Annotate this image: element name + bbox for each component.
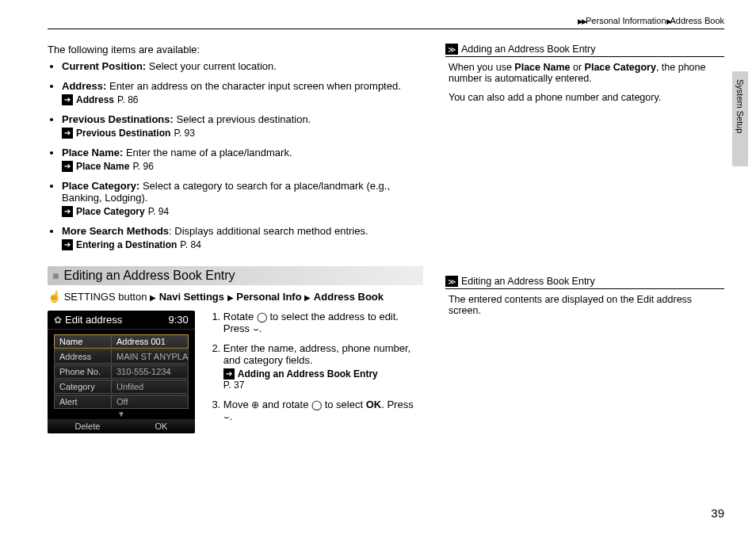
nav-arrow-icon: ▶ bbox=[227, 293, 234, 302]
steps-list: Rotate ◯ to select the address to edit. … bbox=[208, 311, 423, 433]
ref-label: Entering a Destination bbox=[76, 239, 177, 250]
item-title: Place Category: bbox=[62, 180, 139, 192]
items-list: Current Position: Select your current lo… bbox=[48, 60, 423, 250]
note-title-2: Editing an Address Book Entry bbox=[461, 276, 595, 287]
ss-row-label: Phone No. bbox=[55, 365, 112, 378]
press-icon: ⌣ bbox=[253, 323, 259, 334]
note-title-1: Adding an Address Book Entry bbox=[461, 44, 596, 55]
ref-label: Place Name bbox=[76, 161, 129, 172]
ref-label: Previous Destination bbox=[76, 128, 170, 139]
nav-part-0: Navi Settings bbox=[159, 291, 224, 303]
note-1-p1: When you use Place Name or Place Categor… bbox=[449, 62, 721, 84]
ref-page: P. 86 bbox=[117, 94, 138, 105]
dial-icon: ◯ bbox=[257, 311, 267, 322]
nav-arrow-icon: ▶ bbox=[304, 293, 311, 302]
nav-arrow-icon: ▶ bbox=[150, 293, 156, 302]
device-screenshot: ✿Edit address 9:30 NameAddress 001Addres… bbox=[48, 311, 195, 433]
ref-page: P. 96 bbox=[132, 161, 153, 172]
ss-row-value: MAIN ST ANYPLACE, CALIFO bbox=[112, 350, 188, 363]
joystick-icon: ⊕ bbox=[251, 399, 259, 410]
list-item: Address: Enter an address on the charact… bbox=[62, 80, 423, 105]
ss-row-label: Name bbox=[55, 335, 112, 348]
ss-row[interactable]: NameAddress 001 bbox=[54, 334, 189, 349]
ref-arrow-icon: ➔ bbox=[62, 239, 73, 250]
ss-row-label: Alert bbox=[55, 395, 112, 408]
note-icon: ≫ bbox=[445, 276, 458, 287]
list-item: Current Position: Select your current lo… bbox=[62, 60, 423, 72]
step-2: Enter the name, address, phone number, a… bbox=[223, 342, 423, 391]
section-square-icon: ■ bbox=[52, 269, 59, 282]
note-rule bbox=[445, 288, 724, 289]
item-title: Current Position: bbox=[62, 60, 146, 72]
ss-row-label: Address bbox=[55, 350, 112, 363]
note-box-1: ≫ Adding an Address Book Entry When you … bbox=[445, 44, 724, 117]
item-desc: : Displays additional search method entr… bbox=[169, 225, 368, 237]
ref-label: Adding an Address Book Entry bbox=[238, 368, 378, 380]
item-title: Previous Destinations: bbox=[62, 113, 174, 125]
ss-row[interactable]: AddressMAIN ST ANYPLACE, CALIFO bbox=[54, 349, 189, 364]
ref-arrow-icon: ➔ bbox=[223, 368, 235, 380]
ss-row-value: 310-555-1234 bbox=[112, 365, 188, 378]
item-desc: Enter the name of a place/landmark. bbox=[123, 147, 292, 158]
breadcrumb-arrow-icon: ▶▶ bbox=[578, 17, 586, 25]
step-3: Move ⊕ and rotate ◯ to select OK. Press … bbox=[223, 399, 423, 422]
gear-icon: ✿ bbox=[54, 315, 62, 326]
ref-page: P. 84 bbox=[180, 239, 200, 250]
ref-label: Address bbox=[76, 94, 114, 105]
ref-page: P. 93 bbox=[174, 128, 194, 139]
item-title: More Search Methods bbox=[62, 225, 169, 237]
ref-arrow-icon: ➔ bbox=[62, 128, 73, 139]
ss-row-label: Category bbox=[55, 380, 112, 393]
nav-prefix: SETTINGS button bbox=[64, 291, 147, 303]
list-item: Place Name: Enter the name of a place/la… bbox=[62, 147, 423, 172]
item-title: Place Name: bbox=[62, 147, 123, 158]
breadcrumb-b: Address Book bbox=[670, 16, 724, 25]
breadcrumb: ▶▶Personal Information▶Address Book bbox=[48, 16, 724, 25]
note-rule bbox=[445, 56, 724, 57]
ref-page: P. 37 bbox=[223, 380, 244, 391]
ss-row-value: Address 001 bbox=[112, 335, 188, 348]
nav-part-1: Personal Info bbox=[236, 291, 301, 303]
nav-part-2: Address Book bbox=[314, 291, 384, 303]
dial-icon: ◯ bbox=[311, 399, 322, 410]
ref-page: P. 94 bbox=[148, 206, 169, 217]
list-item: Previous Destinations: Select a previous… bbox=[62, 113, 423, 139]
intro-text: The following items are available: bbox=[48, 44, 423, 55]
step-1: Rotate ◯ to select the address to edit. … bbox=[223, 311, 423, 334]
ss-row-value: Unfiled bbox=[112, 380, 188, 393]
note-box-2: ≫ Editing an Address Book Entry The ente… bbox=[445, 276, 724, 330]
item-desc: Select a previous destination. bbox=[174, 113, 311, 125]
ss-title: Edit address bbox=[65, 314, 122, 326]
ref-arrow-icon: ➔ bbox=[62, 206, 73, 217]
ss-time: 9:30 bbox=[169, 314, 189, 326]
ref-arrow-icon: ➔ bbox=[62, 94, 73, 105]
item-title: Address: bbox=[62, 80, 106, 92]
side-tab-label: System Setup bbox=[735, 71, 745, 133]
ref-label: Place Category bbox=[76, 206, 145, 217]
ss-delete-button[interactable]: Delete bbox=[61, 421, 115, 432]
item-desc: Select your current location. bbox=[146, 60, 277, 72]
ss-row[interactable]: AlertOff bbox=[54, 395, 189, 409]
breadcrumb-a: Personal Information bbox=[586, 16, 666, 25]
ss-down-arrow-icon: ▼ bbox=[48, 410, 195, 418]
list-item: Place Category: Select a category to sea… bbox=[62, 180, 423, 217]
hand-icon: ☝ bbox=[48, 290, 61, 303]
page-number: 39 bbox=[711, 506, 724, 520]
ss-row-value: Off bbox=[112, 395, 188, 408]
section-heading-text: Editing an Address Book Entry bbox=[63, 269, 235, 283]
section-heading: ■ Editing an Address Book Entry bbox=[48, 266, 423, 285]
ss-row[interactable]: CategoryUnfiled bbox=[54, 380, 189, 394]
note-2-p1: The entered contents are displayed on th… bbox=[449, 294, 721, 316]
ss-ok-button[interactable]: OK bbox=[140, 421, 181, 432]
note-1-p2: You can also add a phone number and cate… bbox=[449, 92, 721, 103]
ss-row[interactable]: Phone No.310-555-1234 bbox=[54, 364, 189, 379]
side-tab: System Setup bbox=[732, 71, 748, 166]
nav-path: ☝ SETTINGS button ▶ Navi Settings ▶ Pers… bbox=[48, 290, 423, 303]
top-rule bbox=[48, 29, 724, 29]
list-item: More Search Methods: Displays additional… bbox=[62, 225, 423, 250]
item-desc: Enter an address on the character input … bbox=[106, 80, 400, 92]
press-icon: ⌣ bbox=[223, 411, 230, 422]
ref-arrow-icon: ➔ bbox=[62, 161, 73, 172]
note-icon: ≫ bbox=[445, 44, 458, 55]
